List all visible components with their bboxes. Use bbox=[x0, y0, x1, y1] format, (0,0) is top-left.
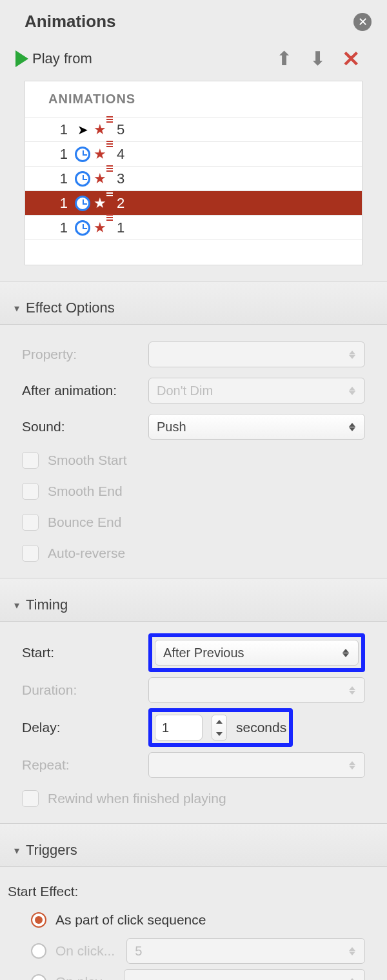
play-icon bbox=[15, 50, 28, 67]
anim-index: 1 bbox=[54, 146, 68, 163]
on-play-radio bbox=[31, 974, 46, 980]
delay-unit: seconds bbox=[236, 720, 286, 735]
anim-label: 2 bbox=[117, 195, 124, 212]
delay-value: 1 bbox=[162, 720, 169, 735]
animation-row[interactable]: 1 ★ 2 bbox=[25, 191, 362, 216]
auto-reverse-label: Auto-reverse bbox=[48, 546, 125, 561]
start-effect-label: Start Effect: bbox=[8, 879, 365, 904]
click-sequence-radio[interactable] bbox=[31, 912, 46, 928]
stepper-down-icon bbox=[216, 732, 223, 736]
anim-label: 1 bbox=[117, 219, 124, 236]
on-play-target-select bbox=[124, 969, 365, 980]
smooth-end-label: Smooth End bbox=[48, 484, 123, 499]
after-animation-select[interactable]: Don't Dim bbox=[148, 378, 365, 403]
animation-row[interactable]: 1 ★ 1 bbox=[25, 216, 362, 240]
play-from-label: Play from bbox=[32, 50, 92, 67]
effect-options-body: Property: After animation: Don't Dim Sou… bbox=[0, 325, 387, 575]
on-play-label: On play... bbox=[55, 974, 112, 980]
effect-options-header[interactable]: ▾ Effect Options bbox=[0, 281, 387, 325]
delay-label: Delay: bbox=[22, 720, 148, 735]
delete-animation-button[interactable]: ✕ bbox=[339, 47, 362, 70]
click-sequence-label: As part of click sequence bbox=[55, 912, 206, 928]
anim-index: 1 bbox=[54, 170, 68, 187]
play-from-button[interactable]: Play from bbox=[15, 50, 92, 67]
sound-label: Sound: bbox=[22, 419, 148, 434]
stepper-up-icon bbox=[216, 720, 223, 724]
repeat-label: Repeat: bbox=[22, 757, 148, 773]
start-select[interactable]: After Previous bbox=[155, 640, 359, 666]
bounce-end-label: Bounce End bbox=[48, 515, 121, 530]
duration-select bbox=[148, 677, 365, 703]
after-animation-value: Don't Dim bbox=[157, 383, 213, 398]
arrow-up-icon: ⬆ bbox=[276, 49, 292, 68]
arrow-down-icon: ⬇ bbox=[310, 49, 326, 68]
on-click-target-select: 5 bbox=[126, 938, 365, 964]
chevron-down-icon: ▾ bbox=[14, 302, 19, 314]
move-down-button[interactable]: ⬇ bbox=[306, 47, 329, 70]
animations-list-header: ANIMATIONS bbox=[25, 81, 362, 117]
panel-title: Animations bbox=[25, 12, 353, 32]
timing-header[interactable]: ▾ Timing bbox=[0, 578, 387, 622]
delete-icon: ✕ bbox=[342, 48, 360, 70]
smooth-end-checkbox bbox=[22, 483, 39, 500]
section-title: Effect Options bbox=[26, 300, 115, 316]
start-label: Start: bbox=[22, 645, 148, 660]
anim-index: 1 bbox=[54, 195, 68, 212]
chevron-down-icon: ▾ bbox=[14, 599, 19, 611]
close-icon: ✕ bbox=[358, 15, 368, 29]
start-value: After Previous bbox=[163, 646, 244, 660]
emphasis-icon: ★ bbox=[92, 219, 114, 236]
property-select bbox=[148, 342, 365, 367]
anim-label: 3 bbox=[117, 170, 124, 187]
property-label: Property: bbox=[22, 347, 148, 362]
timing-body: Start: After Previous Duration: Delay: bbox=[0, 622, 387, 821]
delay-highlight: 1 seconds bbox=[148, 708, 293, 747]
animation-list-blank bbox=[25, 240, 362, 265]
after-animation-label: After animation: bbox=[22, 383, 148, 398]
bounce-end-checkbox bbox=[22, 514, 39, 531]
after-previous-icon bbox=[73, 220, 92, 236]
anim-index: 1 bbox=[54, 121, 68, 138]
close-panel-button[interactable]: ✕ bbox=[353, 13, 372, 31]
animation-row[interactable]: 1 ➤ ★ 5 bbox=[25, 117, 362, 142]
emphasis-icon: ★ bbox=[92, 146, 114, 163]
emphasis-icon: ★ bbox=[92, 195, 114, 212]
on-click-icon: ➤ bbox=[73, 122, 92, 138]
section-title: Timing bbox=[26, 597, 68, 613]
auto-reverse-checkbox bbox=[22, 545, 39, 562]
emphasis-icon: ★ bbox=[92, 170, 114, 187]
triggers-body: Start Effect: As part of click sequence … bbox=[0, 867, 387, 980]
after-previous-icon bbox=[73, 196, 92, 211]
on-click-target-value: 5 bbox=[135, 944, 142, 959]
delay-input[interactable]: 1 bbox=[155, 715, 203, 740]
smooth-start-checkbox bbox=[22, 452, 39, 469]
section-title: Triggers bbox=[26, 842, 77, 859]
sound-select[interactable]: Push bbox=[148, 414, 365, 440]
on-click-label: On click... bbox=[55, 943, 115, 959]
anim-index: 1 bbox=[54, 219, 68, 236]
sound-value: Push bbox=[157, 420, 186, 434]
triggers-header[interactable]: ▾ Triggers bbox=[0, 823, 387, 867]
smooth-start-label: Smooth Start bbox=[48, 453, 127, 468]
after-previous-icon bbox=[73, 147, 92, 162]
repeat-select bbox=[148, 752, 365, 778]
start-highlight: After Previous bbox=[148, 633, 365, 672]
move-up-button[interactable]: ⬆ bbox=[272, 47, 295, 70]
delay-stepper[interactable] bbox=[212, 715, 227, 740]
anim-label: 4 bbox=[117, 146, 124, 163]
animation-row[interactable]: 1 ★ 3 bbox=[25, 167, 362, 191]
rewind-label: Rewind when finished playing bbox=[48, 791, 226, 806]
on-click-radio[interactable] bbox=[31, 943, 46, 959]
rewind-checkbox bbox=[22, 790, 39, 807]
chevron-down-icon: ▾ bbox=[14, 844, 19, 857]
emphasis-icon: ★ bbox=[92, 121, 114, 138]
after-previous-icon bbox=[73, 171, 92, 187]
anim-label: 5 bbox=[117, 121, 124, 138]
animation-row[interactable]: 1 ★ 4 bbox=[25, 142, 362, 167]
duration-label: Duration: bbox=[22, 682, 148, 698]
animations-list: ANIMATIONS 1 ➤ ★ 5 1 ★ 4 1 ★ 3 1 ★ 2 1 ★… bbox=[25, 81, 362, 265]
